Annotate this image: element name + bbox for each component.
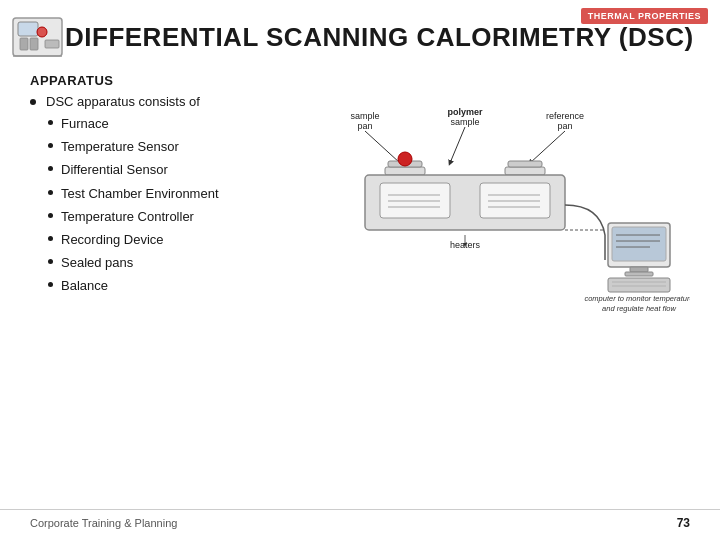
svg-rect-2: [20, 38, 28, 50]
svg-rect-3: [30, 38, 38, 50]
main-content: APPARATUS DSC apparatus consists of Furn…: [0, 65, 720, 329]
svg-rect-20: [508, 161, 542, 167]
intro-text: DSC apparatus consists of: [46, 94, 200, 109]
svg-rect-19: [505, 167, 545, 175]
svg-rect-5: [45, 40, 59, 48]
svg-rect-32: [612, 227, 666, 261]
two-col-layout: Furnace Temperature Sensor Differential …: [30, 115, 690, 329]
svg-rect-38: [608, 278, 670, 292]
svg-text:and regulate heat flow: and regulate heat flow: [602, 304, 676, 313]
svg-line-14: [450, 127, 465, 163]
list-item: Sealed pans: [48, 254, 310, 272]
svg-text:pan: pan: [357, 121, 372, 131]
svg-line-15: [530, 131, 565, 163]
dsc-diagram: sample pan polymer sample reference pan: [310, 105, 690, 325]
svg-rect-37: [625, 272, 653, 276]
diagram-column: sample pan polymer sample reference pan: [310, 115, 690, 329]
apparatus-list: Furnace Temperature Sensor Differential …: [30, 115, 310, 296]
list-item: Temperature Controller: [48, 208, 310, 226]
svg-text:polymer: polymer: [447, 107, 483, 117]
svg-point-18: [398, 152, 412, 166]
header-icon: [10, 10, 65, 65]
list-item: Furnace: [48, 115, 310, 133]
svg-text:pan: pan: [557, 121, 572, 131]
footer: Corporate Training & Planning 73: [0, 509, 720, 530]
svg-text:sample: sample: [450, 117, 479, 127]
header: DIFFERENTIAL SCANNING CALORIMETRY (DSC) …: [0, 0, 720, 65]
list-item: Test Chamber Environment: [48, 185, 310, 203]
footer-page-number: 73: [677, 516, 690, 530]
svg-text:sample: sample: [350, 111, 379, 121]
svg-line-13: [365, 131, 400, 163]
section-label: APPARATUS: [30, 73, 690, 88]
list-item: Temperature Sensor: [48, 138, 310, 156]
thermal-badge: THERMAL PROPERTIES: [581, 8, 708, 24]
svg-rect-16: [385, 167, 425, 175]
svg-rect-1: [18, 22, 38, 36]
list-item: Recording Device: [48, 231, 310, 249]
footer-copyright: Corporate Training & Planning: [30, 517, 177, 529]
svg-text:reference: reference: [546, 111, 584, 121]
svg-point-4: [37, 27, 47, 37]
bullet-dot: [30, 99, 36, 105]
svg-text:computer to monitor temperatur: computer to monitor temperature: [584, 294, 690, 303]
list-item: Differential Sensor: [48, 161, 310, 179]
list-column: Furnace Temperature Sensor Differential …: [30, 115, 310, 301]
page-title: DIFFERENTIAL SCANNING CALORIMETRY (DSC): [65, 22, 694, 53]
svg-rect-36: [630, 267, 648, 272]
list-item: Balance: [48, 277, 310, 295]
